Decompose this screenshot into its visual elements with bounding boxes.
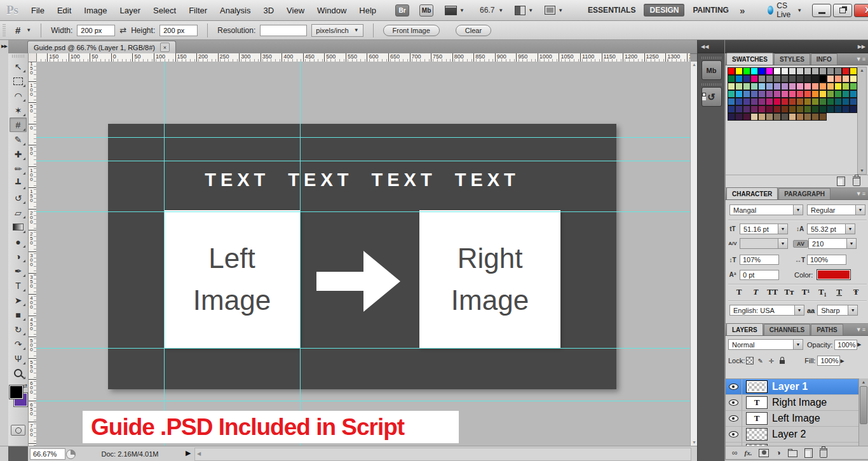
swatches-scrollbar[interactable]: ▲ ▼	[857, 67, 867, 175]
layer-thumbnail[interactable]: T	[746, 396, 768, 409]
small-caps-button[interactable]: Tᴛ	[782, 287, 796, 297]
history-panel-button[interactable]: ↺	[702, 87, 722, 107]
swap-colors-icon[interactable]: ⇄	[22, 383, 27, 389]
tracking-select[interactable]: 210▼	[808, 238, 857, 249]
tab-layers[interactable]: LAYERS	[726, 323, 763, 335]
color-swatch[interactable]	[781, 83, 789, 90]
document-tab[interactable]: Guide.psd @ 66.7% (Layer 1, RGB/8#) ×	[27, 41, 176, 53]
guide-horizontal[interactable]	[36, 137, 690, 138]
anti-alias-select[interactable]: Sharp▼	[817, 305, 858, 316]
color-swatch[interactable]	[766, 105, 773, 113]
color-swatch[interactable]	[834, 75, 842, 83]
font-family-select[interactable]: Mangal▼	[729, 204, 803, 215]
color-swatch[interactable]	[796, 113, 804, 121]
text-color-swatch[interactable]	[817, 269, 851, 280]
color-swatch[interactable]	[781, 113, 789, 121]
color-swatch[interactable]	[819, 105, 827, 113]
color-swatch[interactable]	[773, 90, 781, 98]
color-swatch[interactable]	[766, 75, 773, 83]
vertical-scale-input[interactable]: 107%	[740, 255, 779, 265]
canvas-area[interactable]: TEXT TEXT TEXT TEXT Left Image Right Ima…	[36, 62, 690, 446]
zoom-level-control[interactable]: 66.7▼	[480, 6, 503, 15]
panel-menu-icon[interactable]: ▼≡	[856, 326, 866, 333]
3d-rotate-tool[interactable]: ↻	[10, 322, 27, 337]
color-swatch[interactable]	[796, 90, 804, 98]
menu-window[interactable]: Window	[311, 1, 353, 20]
color-swatch[interactable]	[796, 98, 804, 105]
color-swatch[interactable]	[811, 75, 819, 83]
new-layer-icon[interactable]	[804, 448, 813, 458]
layer-row[interactable]: Layer 1	[726, 379, 860, 395]
tab-swatches[interactable]: SWATCHES	[726, 53, 773, 65]
color-swatch[interactable]	[789, 83, 796, 90]
lock-transparency-icon[interactable]	[745, 356, 754, 365]
guide-horizontal[interactable]	[36, 161, 690, 161]
color-swatch[interactable]	[773, 105, 781, 113]
rectangular-marquee-tool[interactable]	[10, 74, 27, 88]
foreground-color-chip[interactable]	[10, 385, 23, 399]
color-swatch[interactable]	[804, 113, 811, 121]
canvas-horizontal-scrollbar[interactable]: ◀	[194, 448, 691, 461]
layer-visibility-toggle[interactable]	[726, 427, 742, 442]
color-swatch[interactable]	[773, 98, 781, 105]
drag-grip[interactable]	[3, 24, 6, 37]
minimize-button[interactable]	[812, 4, 831, 17]
color-swatch[interactable]	[743, 75, 750, 83]
color-swatch[interactable]	[811, 98, 819, 105]
color-swatch[interactable]	[781, 75, 789, 83]
color-swatch[interactable]	[796, 75, 804, 83]
color-swatch[interactable]	[728, 98, 735, 105]
close-document-icon[interactable]: ×	[160, 43, 170, 52]
tab-paragraph[interactable]: PARAGRAPH	[778, 188, 831, 199]
close-button[interactable]: X	[854, 4, 868, 17]
color-swatch[interactable]	[842, 98, 850, 105]
tool-preset-chevron-icon[interactable]: ▼	[26, 27, 31, 33]
menu-select[interactable]: Select	[147, 1, 182, 20]
color-swatch[interactable]	[758, 83, 766, 90]
tab-info[interactable]: INFO	[811, 53, 837, 65]
color-swatch[interactable]	[827, 67, 834, 75]
baseline-shift-input[interactable]: 0 pt	[740, 270, 779, 280]
color-swatch[interactable]	[773, 113, 781, 121]
fill-input[interactable]: 100%	[817, 356, 840, 366]
menu-filter[interactable]: Filter	[182, 1, 214, 20]
color-swatch[interactable]	[758, 67, 766, 75]
color-swatch[interactable]	[811, 105, 819, 113]
blur-tool[interactable]: ●	[10, 234, 27, 249]
color-swatch[interactable]	[834, 83, 842, 90]
faux-italic-button[interactable]: T	[749, 287, 763, 297]
color-swatch[interactable]	[750, 67, 758, 75]
color-swatch[interactable]	[773, 75, 781, 83]
color-swatch[interactable]	[827, 90, 834, 98]
link-layers-icon[interactable]: ∞	[732, 449, 738, 457]
color-swatch[interactable]	[850, 67, 857, 75]
eyedropper-tool[interactable]: ✎	[10, 132, 27, 147]
add-mask-icon[interactable]	[759, 449, 769, 457]
restore-button[interactable]	[833, 4, 852, 17]
eraser-tool[interactable]: ▱	[10, 205, 27, 220]
scrollbar-thumb[interactable]	[860, 386, 867, 424]
color-swatch[interactable]	[789, 98, 796, 105]
swap-dimensions-button[interactable]: ⇄	[119, 25, 126, 35]
guide-vertical[interactable]	[164, 62, 165, 446]
color-swatch[interactable]	[834, 67, 842, 75]
blend-mode-select[interactable]: Normal▼	[728, 339, 803, 350]
vertical-ruler[interactable]: 1501005005010015020025030035040045050055…	[28, 62, 37, 446]
resolution-input[interactable]	[260, 25, 307, 36]
color-swatch[interactable]	[735, 75, 743, 83]
tab-styles[interactable]: STYLES	[774, 53, 810, 65]
rectangle-tool[interactable]: ■	[10, 307, 27, 322]
lock-pixels-icon[interactable]: ✎	[756, 356, 765, 365]
color-swatch[interactable]	[804, 98, 811, 105]
color-swatch[interactable]	[804, 83, 811, 90]
crop-tool[interactable]: #	[10, 117, 27, 132]
arrange-documents-button[interactable]: ▼	[515, 6, 533, 15]
color-swatch[interactable]	[850, 83, 857, 90]
color-swatch[interactable]	[750, 105, 758, 113]
leading-select[interactable]: 55.32 pt▼	[807, 224, 855, 234]
color-swatch[interactable]	[850, 75, 857, 83]
scroll-up-icon[interactable]: ▲	[859, 378, 868, 385]
quick-mask-button[interactable]	[11, 425, 25, 436]
color-swatch[interactable]	[834, 105, 842, 113]
height-input[interactable]: 200 px	[159, 25, 198, 36]
